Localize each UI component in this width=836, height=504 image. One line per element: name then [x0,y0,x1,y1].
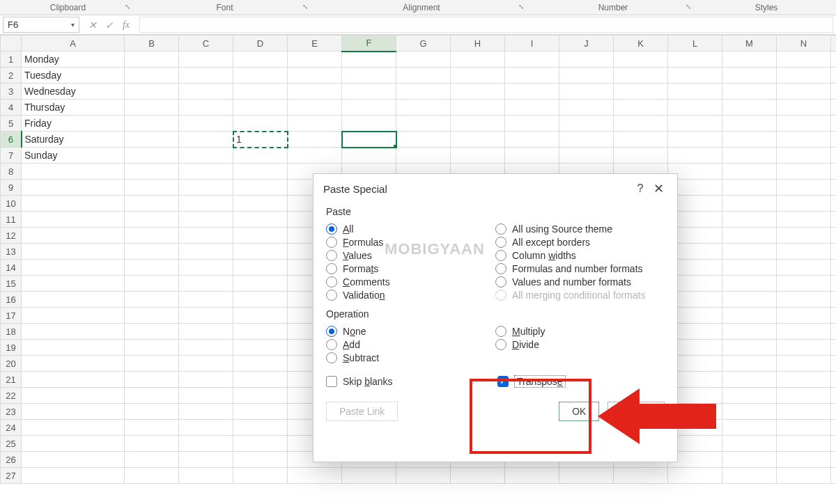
cell[interactable] [831,356,837,372]
cell[interactable] [777,212,831,228]
cell[interactable] [179,52,233,68]
cell[interactable] [614,116,668,132]
column-header[interactable]: L [668,36,722,52]
checkbox-icon[interactable] [326,376,337,387]
cell[interactable] [125,84,179,100]
cell[interactable] [559,148,614,164]
row-header[interactable]: 2 [1,68,22,84]
cell[interactable] [777,84,831,100]
cell[interactable] [722,404,777,420]
cell[interactable] [559,132,614,148]
cell[interactable] [342,52,396,68]
cell[interactable] [288,132,342,148]
radio-icon[interactable] [326,276,337,288]
cell[interactable] [831,404,837,420]
cell[interactable] [777,260,831,276]
row-header[interactable]: 7 [1,148,22,164]
cell[interactable] [722,116,777,132]
cell[interactable] [233,68,288,84]
cell[interactable] [831,260,837,276]
cell[interactable] [22,372,125,388]
cell[interactable] [22,388,125,404]
cell[interactable] [179,260,233,276]
radio-icon[interactable] [326,263,337,274]
radio-icon[interactable] [326,326,337,337]
radio-icon[interactable] [326,352,337,363]
row-header[interactable]: 11 [1,212,22,228]
cell[interactable] [668,148,722,164]
cell[interactable] [125,228,179,244]
cell[interactable] [777,100,831,116]
cell[interactable] [614,84,668,100]
cell[interactable] [722,372,777,388]
cell[interactable] [722,452,777,468]
radio-option-values_number_formats[interactable]: Values and number formats [495,276,665,288]
cell[interactable] [233,420,288,436]
cell[interactable] [125,260,179,276]
row-header[interactable]: 26 [1,452,22,468]
row-header[interactable]: 3 [1,84,22,100]
cell[interactable] [505,468,559,484]
cell[interactable] [125,276,179,292]
cell[interactable] [722,68,777,84]
cell[interactable] [125,196,179,212]
cell[interactable] [233,452,288,468]
cell[interactable] [722,276,777,292]
skip-blanks-option[interactable]: Skip blanks [326,375,493,388]
cell[interactable] [22,420,125,436]
radio-icon[interactable] [495,339,506,350]
cell[interactable] [777,52,831,68]
cell[interactable] [614,52,668,68]
cell[interactable] [233,196,288,212]
cell[interactable] [777,308,831,324]
radio-icon[interactable] [495,223,506,235]
cell[interactable] [777,340,831,356]
ok-button[interactable]: OK [559,402,599,421]
column-header[interactable]: I [505,36,559,52]
cell[interactable] [777,148,831,164]
column-header[interactable]: B [125,36,179,52]
cell[interactable]: 1 [233,132,288,148]
radio-option-multiply[interactable]: Multiply [495,326,665,337]
cell[interactable] [614,148,668,164]
cell[interactable] [125,452,179,468]
insert-function-icon[interactable]: fx [120,19,132,31]
cell[interactable] [179,468,233,484]
cell[interactable] [233,164,288,180]
cell[interactable] [451,148,505,164]
cell[interactable] [777,68,831,84]
cell[interactable] [179,84,233,100]
column-header[interactable]: G [396,36,451,52]
radio-option-add[interactable]: Add [326,339,495,350]
cell[interactable] [342,68,396,84]
cell[interactable] [342,116,396,132]
cell[interactable] [288,68,342,84]
cell[interactable] [179,68,233,84]
cell[interactable] [777,372,831,388]
cell[interactable] [233,308,288,324]
cell[interactable] [22,292,125,308]
cell[interactable] [777,324,831,340]
cancel-button[interactable]: Cancel [607,402,665,421]
cell[interactable] [451,468,505,484]
cell[interactable] [125,68,179,84]
column-header[interactable]: J [559,36,614,52]
cell[interactable] [722,388,777,404]
transpose-option[interactable]: ✓ Transpose [493,375,665,388]
radio-icon[interactable] [495,263,506,274]
cell[interactable] [125,340,179,356]
cell[interactable] [179,164,233,180]
row-header[interactable]: 22 [1,388,22,404]
cell[interactable] [722,212,777,228]
cell[interactable] [179,340,233,356]
cell[interactable] [22,196,125,212]
cell[interactable] [777,132,831,148]
cell[interactable] [722,180,777,196]
cell[interactable] [396,148,451,164]
cell[interactable] [831,52,837,68]
cell[interactable] [451,52,505,68]
cell[interactable] [722,52,777,68]
column-header[interactable]: D [233,36,288,52]
cell[interactable] [179,148,233,164]
cell[interactable] [777,452,831,468]
